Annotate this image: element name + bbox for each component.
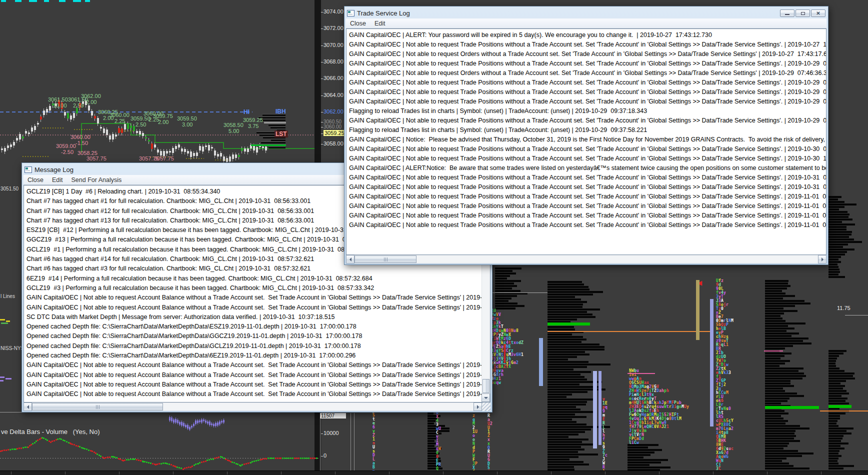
profile-bar	[765, 450, 798, 452]
profile-bar	[548, 316, 596, 318]
delta-dot	[148, 462, 150, 464]
price-scale-label: 3070.00	[321, 42, 344, 48]
profile-bar	[495, 295, 517, 297]
delta-dot	[310, 458, 312, 459]
close-button[interactable]: ✕	[811, 10, 826, 17]
tan-bar	[696, 280, 700, 340]
profile-bar	[828, 362, 836, 364]
profile-bar	[828, 422, 836, 424]
profile-bar	[765, 288, 787, 290]
profile-bar	[548, 416, 586, 418]
horizontal-scrollbar[interactable]	[346, 255, 826, 264]
restore-button[interactable]	[796, 10, 810, 17]
profile-bar	[828, 440, 841, 442]
scroll-left-button[interactable]	[24, 402, 32, 411]
delta-dot	[262, 458, 263, 460]
profile-bar	[495, 285, 517, 287]
menu-item-send-for-analysis[interactable]: Send For Analysis	[72, 176, 122, 184]
profile-bar	[828, 266, 838, 268]
menu-item-close[interactable]: Close	[28, 176, 44, 184]
delta-dot	[96, 454, 98, 455]
menu-item-close[interactable]: Close	[350, 20, 366, 27]
purple-candle-body	[219, 422, 220, 424]
profile-bar	[828, 375, 853, 377]
menu-item-edit[interactable]: Edit	[52, 176, 63, 184]
minimize-button[interactable]	[780, 10, 794, 17]
horizontal-scroll-thumb[interactable]	[354, 256, 416, 263]
scroll-right-button[interactable]	[474, 402, 482, 411]
profile-bar	[428, 412, 434, 414]
vertical-scroll-thumb[interactable]	[482, 379, 490, 393]
profile-bar	[828, 445, 840, 447]
sierra-chart-workspace: 3061.5010.003061.502.503062.002.003060.2…	[0, 0, 868, 475]
profile-bar	[548, 354, 590, 356]
delta-dot	[52, 440, 53, 442]
profile-bar	[828, 392, 849, 394]
trade-service-log-titlebar[interactable]: Trade Service Log ✕	[346, 8, 826, 18]
profile-bar	[548, 391, 588, 393]
mini-profile-dash	[0, 380, 4, 382]
profile-bar	[765, 305, 795, 307]
profile-bar	[548, 286, 588, 288]
log-line: GAIN Capital/OEC | ALERT:Notice: Be awar…	[349, 164, 826, 173]
purple-candle-body	[187, 425, 188, 428]
mini-profile-dash	[6, 320, 10, 322]
purple-candle-body	[217, 422, 218, 426]
resize-grip[interactable]	[482, 402, 490, 411]
delta-dot	[86, 448, 88, 450]
profile-bar	[828, 226, 846, 228]
axis-tick	[389, 472, 390, 474]
lavender-bar	[593, 371, 597, 448]
horizontal-scrollbar[interactable]	[24, 402, 490, 411]
time-axis[interactable]	[0, 470, 868, 475]
last-value-box: 11507	[320, 413, 346, 418]
profile-bar	[828, 208, 839, 210]
profile-bar	[765, 302, 810, 304]
delta-dot	[232, 462, 233, 463]
purple-candle-body	[195, 420, 196, 424]
purple-candle-body	[179, 422, 180, 424]
delta-dot	[16, 448, 18, 450]
profile-bar	[765, 388, 783, 390]
log-line: Chart #6 has tagged chart #3 for full re…	[26, 264, 482, 274]
delta-dot	[37, 440, 38, 441]
profile-bar	[765, 368, 804, 370]
profile-bar	[548, 451, 578, 453]
profile-bar	[548, 361, 588, 363]
horizontal-scroll-track[interactable]	[354, 255, 818, 264]
axis-tick	[281, 472, 282, 474]
profile-bar	[548, 338, 586, 340]
log-line: GAIN Capital/OEC | Not able to request T…	[349, 78, 826, 88]
profile-bar	[548, 438, 588, 440]
purple-candle-body	[203, 420, 204, 421]
poc-green-bar	[828, 405, 852, 408]
delta-dot	[286, 458, 288, 459]
profile-bar	[548, 398, 594, 400]
study-label: ve Delta Bars - Volume (Yes, No)	[1, 428, 100, 436]
delta-dot	[20, 448, 22, 449]
log-line: GAIN Capital/OEC | Not able to request T…	[349, 116, 826, 126]
tpo-letter-row: Q	[436, 467, 438, 470]
profile-bar	[765, 460, 782, 462]
delta-dot	[314, 458, 316, 459]
profile-bar	[765, 290, 782, 292]
delta-dot	[222, 456, 223, 458]
horizontal-scroll-track[interactable]	[32, 402, 474, 411]
profile-bar	[765, 310, 798, 312]
delta-dot	[32, 443, 34, 444]
delta-dot	[158, 463, 160, 464]
profile-bar	[495, 268, 522, 270]
profile-bar	[828, 244, 848, 246]
left-edge-label: 3051.50	[0, 186, 18, 192]
horizontal-scroll-thumb[interactable]	[32, 403, 163, 410]
scroll-down-button[interactable]	[482, 394, 490, 402]
delta-dot	[160, 463, 162, 464]
profile-bar	[548, 411, 593, 413]
delta-dot	[290, 458, 292, 459]
profile-bar	[495, 270, 512, 272]
profile-bar	[548, 334, 572, 336]
scroll-right-button[interactable]	[818, 255, 826, 264]
menu-item-edit[interactable]: Edit	[374, 20, 386, 27]
green-annotation-value: 5.00	[228, 128, 239, 134]
scroll-left-button[interactable]	[346, 255, 354, 264]
